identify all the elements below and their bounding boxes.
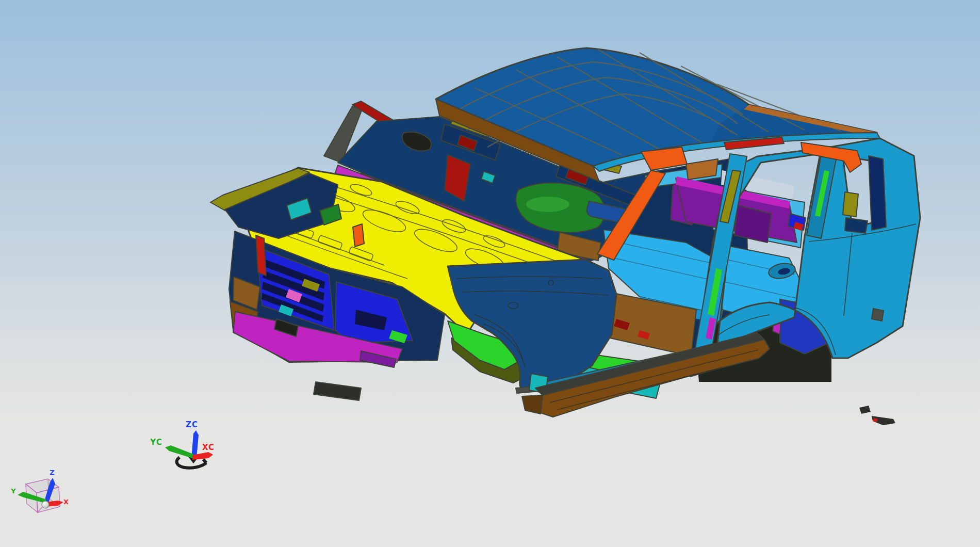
engine-highlight: [526, 197, 569, 212]
zc-axis-label: ZC: [186, 420, 198, 429]
d-pillar-inner[interactable]: [869, 156, 886, 230]
cad-graphics-window[interactable]: ZC YC XC Z Y X: [0, 0, 980, 547]
clip-red-sliver[interactable]: [256, 235, 266, 276]
xc-axis-label: XC: [202, 443, 215, 452]
rear-bracket-tab[interactable]: [872, 309, 884, 321]
y-axis-label: Y: [10, 487, 16, 495]
x-axis-label: X: [63, 498, 69, 506]
yc-axis-label: YC: [150, 438, 162, 447]
origin-ball[interactable]: [42, 501, 49, 508]
quarter-window-plate[interactable]: [843, 192, 858, 217]
quarter-window-navy-box[interactable]: [845, 218, 868, 233]
model-view[interactable]: ZC YC XC Z Y X: [0, 0, 980, 547]
pocket-orange-bracket[interactable]: [353, 224, 364, 247]
z-axis-label: Z: [50, 469, 54, 476]
